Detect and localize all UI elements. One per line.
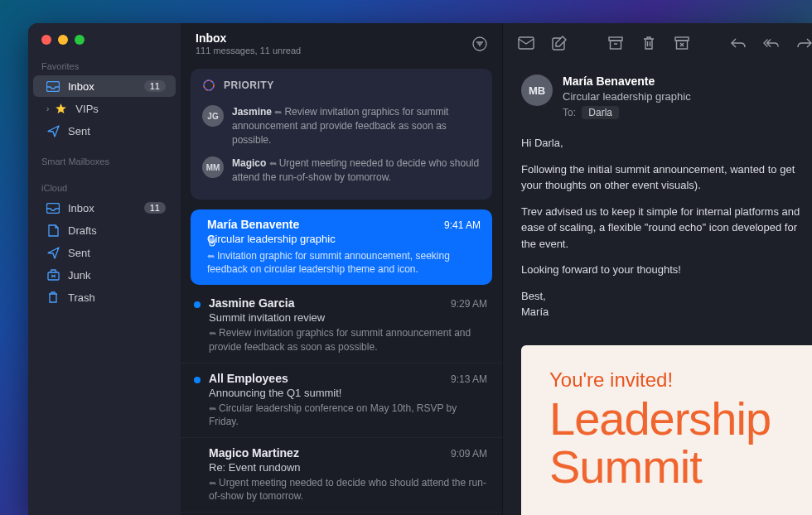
message-sender: Magico Martinez	[209, 446, 299, 460]
priority-item[interactable]: JG Jasmine ➦Review invitation graphics f…	[202, 100, 481, 152]
message-item[interactable]: María Benavente9:41 AM Circular leadersh…	[191, 209, 492, 285]
email-body: Hi Darla,Following the initial summit an…	[503, 132, 812, 345]
trash-button[interactable]	[640, 35, 657, 51]
priority-avatar: MM	[202, 156, 224, 178]
sent-icon	[46, 246, 60, 259]
message-list: María Benavente9:41 AM Circular leadersh…	[181, 206, 502, 515]
email-paragraph: Hi Darla,	[521, 135, 810, 152]
list-header: Inbox 111 messages, 11 unread	[181, 23, 502, 62]
sidebar-item-label: Drafts	[68, 224, 166, 237]
email-header: MB María Benavente Circular leadership g…	[503, 63, 812, 132]
message-sender: All Employees	[209, 372, 288, 385]
trash-icon	[46, 291, 60, 304]
sidebar: Favorites Inbox 11 › VIPs Sent Smart Mai…	[28, 23, 181, 515]
email-subject: Circular leadership graphic	[563, 90, 810, 103]
sidebar-item-label: Inbox	[68, 80, 136, 93]
priority-summary: Jasmine ➦Review invitation graphics for …	[232, 105, 481, 147]
message-time: 9:29 AM	[451, 298, 487, 310]
sidebar-item-label: Sent	[68, 247, 166, 259]
message-time: 9:13 AM	[451, 373, 487, 385]
sidebar-item-label: Inbox	[68, 202, 136, 214]
message-item[interactable]: All Employees9:13 AM Announcing the Q1 s…	[181, 363, 502, 438]
email-paragraph: Looking forward to your thoughts!	[521, 262, 810, 278]
message-sender: Jasmine Garcia	[209, 296, 295, 310]
sidebar-item-junk[interactable]: Junk	[33, 264, 176, 286]
sidebar-item-label: Sent	[68, 125, 166, 137]
reply-all-button[interactable]	[763, 35, 780, 51]
priority-section: PRIORITY JG Jasmine ➦Review invitation g…	[191, 69, 492, 200]
drafts-icon	[46, 224, 60, 237]
reply-button[interactable]	[730, 35, 747, 51]
minimize-window-button[interactable]	[58, 35, 68, 45]
message-time: 9:41 AM	[444, 219, 481, 231]
message-time: 9:09 AM	[451, 448, 487, 460]
forward-button[interactable]	[796, 35, 812, 51]
sidebar-item-label: VIPs	[75, 103, 166, 115]
archive-button[interactable]	[607, 35, 624, 51]
reader-panel: MB María Benavente Circular leadership g…	[502, 23, 812, 515]
inbox-icon	[46, 79, 60, 93]
svg-rect-6	[519, 37, 534, 49]
invite-attachment[interactable]: You're invited! Leadership Summit	[521, 345, 812, 516]
svg-point-5	[204, 80, 214, 90]
sidebar-item-inbox[interactable]: Inbox 11	[33, 75, 176, 97]
sidebar-item-sent[interactable]: Sent	[33, 120, 176, 142]
invite-heading-big: Leadership Summit	[549, 395, 812, 493]
svg-rect-9	[611, 41, 621, 49]
junk-button[interactable]	[674, 35, 690, 51]
icloud-section-label: iCloud	[28, 178, 181, 196]
priority-avatar: JG	[202, 105, 224, 127]
message-subject: Announcing the Q1 summit!	[209, 387, 487, 399]
filter-button[interactable]	[472, 36, 487, 51]
unread-indicator	[194, 301, 201, 308]
message-preview: ➦Circular leadership conference on May 1…	[209, 402, 487, 428]
fullscreen-window-button[interactable]	[75, 35, 85, 45]
message-preview: ➦Invitation graphic for summit announcem…	[207, 249, 481, 276]
message-list-panel: Inbox 111 messages, 11 unread PRIORITY J…	[181, 23, 502, 515]
priority-sparkle-icon	[202, 79, 215, 92]
mailbox-title: Inbox	[196, 31, 301, 45]
email-from: María Benavente	[563, 75, 810, 88]
inbox-icon	[46, 201, 60, 214]
to-label: To:	[563, 107, 576, 118]
sidebar-item-vips[interactable]: › VIPs	[33, 98, 176, 119]
invite-heading-small: You're invited!	[549, 368, 812, 392]
message-item[interactable]: Magico Martinez9:09 AM Re: Event rundown…	[181, 438, 502, 513]
email-paragraph: Trev advised us to keep it simple for in…	[521, 204, 810, 253]
close-window-button[interactable]	[41, 35, 51, 45]
unread-indicator	[194, 377, 201, 383]
priority-summary: Magico ➦Urgent meeting needed to decide …	[232, 156, 481, 185]
mail-window: Favorites Inbox 11 › VIPs Sent Smart Mai…	[28, 23, 812, 515]
sidebar-item-label: Junk	[68, 269, 166, 282]
reader-toolbar	[503, 23, 812, 63]
email-to: To: Darla	[563, 107, 810, 118]
star-icon	[54, 102, 67, 115]
sidebar-item-drafts[interactable]: Drafts	[33, 219, 176, 241]
priority-label: PRIORITY	[224, 79, 274, 91]
envelope-button[interactable]	[518, 35, 534, 51]
smart-mailboxes-section-label: Smart Mailboxes	[28, 152, 181, 170]
sidebar-item-label: Trash	[68, 291, 166, 304]
message-preview: ➦Urgent meeting needed to decide who sho…	[209, 476, 487, 503]
favorites-section-label: Favorites	[28, 56, 181, 75]
message-subject: Re: Event rundown	[209, 461, 487, 474]
sidebar-item-icloud-sent[interactable]: Sent	[33, 242, 176, 263]
sidebar-item-trash[interactable]: Trash	[33, 286, 176, 308]
unread-badge: 11	[144, 202, 166, 214]
sender-avatar: MB	[521, 75, 553, 106]
email-paragraph: Best,María	[521, 288, 810, 320]
window-controls	[28, 35, 181, 56]
message-item[interactable]: Jasmine Garcia9:29 AM Summit invitation …	[181, 288, 502, 363]
message-subject: Summit invitation review	[209, 311, 487, 324]
junk-icon	[46, 268, 60, 282]
priority-item[interactable]: MM Magico ➦Urgent meeting needed to deci…	[202, 152, 481, 190]
chevron-right-icon: ›	[46, 104, 49, 113]
sidebar-item-icloud-inbox[interactable]: Inbox 11	[33, 197, 176, 219]
message-preview: ➦Review invitation graphics for summit a…	[209, 326, 487, 353]
mailbox-subtitle: 111 messages, 11 unread	[196, 46, 301, 55]
email-paragraph: Following the initial summit announcemen…	[521, 161, 810, 194]
sent-icon	[46, 124, 60, 137]
unread-badge: 11	[144, 80, 166, 92]
compose-button[interactable]	[551, 35, 568, 51]
to-recipient[interactable]: Darla	[582, 106, 619, 119]
